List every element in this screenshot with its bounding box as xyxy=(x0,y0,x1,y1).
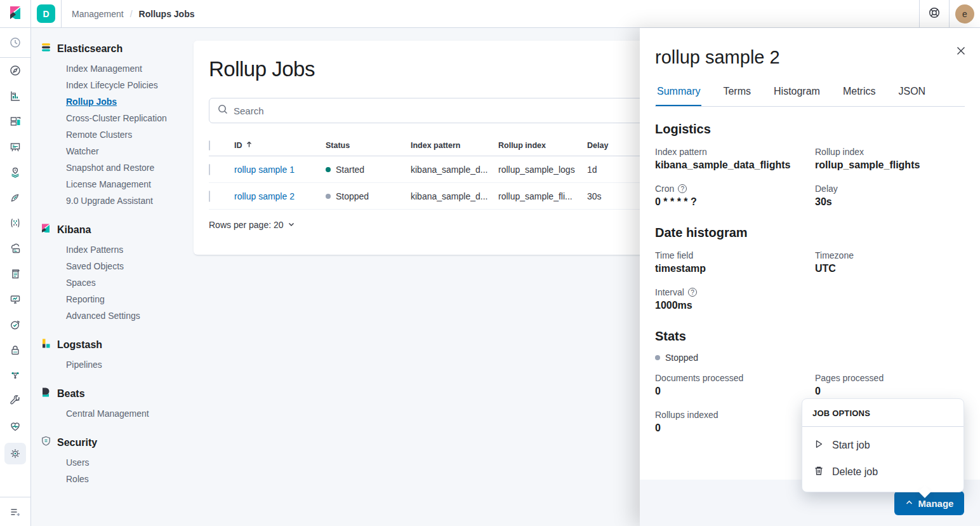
row-checkbox[interactable] xyxy=(209,164,210,175)
sidebar-item-reporting[interactable]: Reporting xyxy=(66,291,186,307)
job-link[interactable]: rollup sample 1 xyxy=(234,165,295,175)
index-pattern-cell: kibana_sample_d... xyxy=(411,191,498,201)
collapse-nav-icon[interactable] xyxy=(0,497,31,526)
space-selector[interactable]: D xyxy=(31,0,62,28)
sidebar-section-beats: Beats Central Management xyxy=(41,387,186,422)
sidebar-item-roles[interactable]: Roles xyxy=(66,471,186,487)
status-stopped-dot xyxy=(655,355,660,360)
status-label: Stopped xyxy=(336,191,369,201)
kibana-section-logo-icon xyxy=(41,223,51,236)
user-menu[interactable]: e xyxy=(950,0,980,28)
metrics-icon[interactable] xyxy=(0,287,31,312)
field-interval: Interval 1000ms xyxy=(655,287,805,311)
devtools-wrench-icon[interactable] xyxy=(0,388,31,414)
sidebar-item-rollup-jobs[interactable]: Rollup Jobs xyxy=(66,93,186,110)
logs-icon[interactable] xyxy=(0,261,31,287)
field-documents-processed: Documents processed 0 xyxy=(655,373,805,397)
management-sidebar: Elasticsearch Index Management Index Lif… xyxy=(31,28,194,526)
manage-button[interactable]: Manage xyxy=(894,491,964,515)
canvas-frame-icon[interactable] xyxy=(0,134,31,159)
app-root: D Management / Rollups Jobs e xyxy=(0,0,980,526)
section-title: Logstash xyxy=(57,339,102,351)
sidebar-item-watcher[interactable]: Watcher xyxy=(66,143,186,159)
sidebar-item-index-patterns[interactable]: Index Patterns xyxy=(66,241,186,258)
sidebar-item-remote-clusters[interactable]: Remote Clusters xyxy=(66,126,186,143)
beats-logo-icon xyxy=(41,387,51,400)
monitoring-heartbeat-icon[interactable] xyxy=(0,414,31,439)
space-avatar[interactable]: D xyxy=(37,4,55,23)
search-icon xyxy=(217,104,228,118)
stats-status-badge: Stopped xyxy=(655,353,965,363)
sidebar-item-index-lifecycle-policies[interactable]: Index Lifecycle Policies xyxy=(66,77,186,93)
field-rollups-indexed: Rollups indexed 0 xyxy=(655,410,805,434)
tab-histogram[interactable]: Histogram xyxy=(772,79,821,106)
trash-icon xyxy=(814,466,824,478)
recent-clock-icon[interactable] xyxy=(0,28,31,57)
kibana-logo-icon xyxy=(8,6,22,22)
tab-terms[interactable]: Terms xyxy=(722,79,752,106)
column-header-status[interactable]: Status xyxy=(326,141,411,150)
siem-lock-icon[interactable] xyxy=(0,337,31,363)
help-button[interactable] xyxy=(919,0,950,28)
nav-rail xyxy=(0,28,31,526)
select-all-checkbox[interactable] xyxy=(209,140,210,151)
breadcrumb-management[interactable]: Management xyxy=(72,9,124,19)
sidebar-item-snapshot-and-restore[interactable]: Snapshot and Restore xyxy=(66,159,186,176)
sidebar-item-spaces[interactable]: Spaces xyxy=(66,274,186,291)
delete-job-menu-item[interactable]: Delete job xyxy=(802,459,963,485)
sidebar-item-users[interactable]: Users xyxy=(66,454,186,471)
kibana-logo[interactable] xyxy=(0,0,31,28)
sidebar-item-central-management[interactable]: Central Management xyxy=(66,405,186,422)
sidebar-section-security: Security Users Roles xyxy=(41,436,186,487)
security-shield-icon xyxy=(41,436,51,449)
apm-icon[interactable] xyxy=(0,236,31,261)
start-job-menu-item[interactable]: Start job xyxy=(802,432,963,459)
ml-icon[interactable] xyxy=(0,185,31,210)
tab-summary[interactable]: Summary xyxy=(656,79,701,106)
close-icon[interactable] xyxy=(955,44,967,57)
field-pages-processed: Pages processed 0 xyxy=(815,373,965,397)
sidebar-item-pipelines[interactable]: Pipelines xyxy=(66,356,186,373)
row-checkbox[interactable] xyxy=(209,191,210,202)
section-title: Kibana xyxy=(57,224,91,236)
column-header-index-pattern[interactable]: Index pattern xyxy=(411,141,498,150)
top-bar: D Management / Rollups Jobs e xyxy=(0,0,980,28)
logstash-logo-icon xyxy=(41,338,51,351)
chevron-up-icon xyxy=(905,498,913,509)
discover-compass-icon[interactable] xyxy=(0,58,31,83)
sidebar-item-cross-cluster-replication[interactable]: Cross-Cluster Replication xyxy=(66,110,186,126)
help-question-icon[interactable] xyxy=(688,288,697,297)
column-header-rollup-index[interactable]: Rollup index xyxy=(498,141,587,150)
sidebar-item-advanced-settings[interactable]: Advanced Settings xyxy=(66,307,186,324)
section-title: Beats xyxy=(57,388,85,400)
visualize-chart-icon[interactable] xyxy=(0,83,31,109)
ingest-nodes-icon[interactable] xyxy=(0,363,31,388)
column-header-id[interactable]: ID xyxy=(234,140,326,150)
field-cron: Cron 0 * * * * ? xyxy=(655,184,805,208)
section-title: Elasticsearch xyxy=(57,43,122,55)
topbar-actions: e xyxy=(919,0,980,28)
tab-metrics[interactable]: Metrics xyxy=(842,79,877,106)
section-title: Security xyxy=(57,437,97,448)
life-buoy-icon xyxy=(928,6,941,22)
help-question-icon[interactable] xyxy=(678,184,687,193)
field-rollup-index: Rollup index rollup_sample_flights xyxy=(815,147,965,171)
uptime-icon[interactable] xyxy=(0,312,31,337)
sidebar-item-license-management[interactable]: License Management xyxy=(66,176,186,192)
sidebar-item-upgrade-assistant[interactable]: 9.0 Upgrade Assistant xyxy=(66,192,186,209)
play-icon xyxy=(814,439,824,452)
field-time-field: Time field timestamp xyxy=(655,250,805,274)
user-avatar[interactable]: e xyxy=(955,4,974,24)
maps-pin-icon[interactable] xyxy=(0,159,31,185)
tab-json[interactable]: JSON xyxy=(897,79,927,106)
management-gear-icon[interactable] xyxy=(0,439,31,468)
dashboard-panels-icon[interactable] xyxy=(0,109,31,134)
date-histogram-heading: Date histogram xyxy=(655,226,965,240)
sidebar-item-saved-objects[interactable]: Saved Objects xyxy=(66,258,186,274)
graph-icon[interactable] xyxy=(0,210,31,236)
sidebar-item-index-management[interactable]: Index Management xyxy=(66,60,186,77)
field-timezone: Timezone UTC xyxy=(815,250,965,274)
breadcrumb-separator: / xyxy=(130,9,133,19)
sort-ascending-icon xyxy=(246,140,253,150)
job-link[interactable]: rollup sample 2 xyxy=(234,191,295,201)
